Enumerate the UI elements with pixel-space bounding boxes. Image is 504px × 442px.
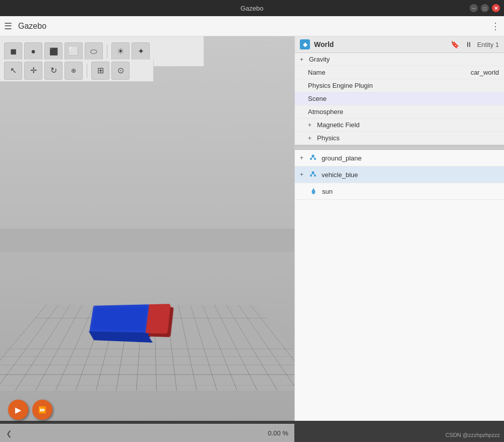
menubar: ☰ Gazebo ⋮ bbox=[0, 16, 504, 36]
insert-sphere-button[interactable]: ● bbox=[24, 42, 42, 61]
app-title: Gazebo bbox=[18, 22, 46, 31]
watermark: CSDN @zzzhpzhpzzz bbox=[446, 432, 500, 438]
svg-line-3 bbox=[311, 157, 313, 158]
name-value-label: car_world bbox=[471, 69, 499, 76]
car-front bbox=[146, 304, 171, 334]
insert-cube-button[interactable]: ◼ bbox=[4, 42, 22, 61]
fast-forward-button[interactable]: ⏩ bbox=[32, 400, 52, 420]
play-controls: ▶ ⏩ bbox=[8, 400, 52, 420]
atmosphere-label: Atmosphere bbox=[308, 108, 343, 116]
scene-label: Scene bbox=[308, 95, 327, 102]
magnetic-field-expand-icon: + bbox=[308, 122, 314, 129]
world-header: ◆ World 🔖 ⏸ Entity 1 bbox=[295, 36, 504, 53]
svg-marker-11 bbox=[313, 188, 314, 189]
svg-point-5 bbox=[312, 172, 314, 174]
svg-point-1 bbox=[310, 158, 312, 160]
panel-divider bbox=[295, 146, 504, 150]
magnetic-field-row[interactable]: + Magnetic Field bbox=[295, 119, 504, 132]
name-key-label: Name bbox=[308, 69, 326, 76]
orbit-tool-button[interactable]: ⊕ bbox=[65, 62, 83, 80]
atmosphere-row[interactable]: Atmosphere bbox=[295, 105, 504, 119]
physics-label: Physics bbox=[317, 134, 340, 142]
svg-point-2 bbox=[314, 158, 316, 160]
play-button[interactable]: ▶ bbox=[8, 400, 28, 420]
gravity-row[interactable]: + Gravity bbox=[295, 53, 504, 66]
sun-light-icon bbox=[309, 187, 318, 196]
entity-item-vehicle-blue[interactable]: + vehicle_blue bbox=[295, 167, 504, 183]
gravity-label: Gravity bbox=[309, 56, 330, 63]
insert-sun-button[interactable]: ☀ bbox=[111, 42, 130, 61]
window-title: Gazebo bbox=[240, 5, 264, 12]
toolbar-separator-2 bbox=[87, 64, 87, 78]
car-model bbox=[88, 305, 149, 333]
svg-line-4 bbox=[313, 157, 315, 158]
physics-engine-row[interactable]: Physics Engine Plugin bbox=[295, 79, 504, 92]
scene-row[interactable]: Scene bbox=[295, 92, 504, 105]
svg-point-7 bbox=[314, 175, 316, 177]
select-tool-button[interactable]: ↖ bbox=[4, 62, 22, 80]
toolbar-separator-1 bbox=[107, 44, 107, 59]
grid-toggle-button[interactable]: ⊞ bbox=[91, 62, 109, 80]
gravity-expand-icon: + bbox=[300, 56, 306, 63]
sun-name: sun bbox=[322, 188, 333, 195]
svg-point-10 bbox=[312, 189, 316, 194]
physics-expand-icon: + bbox=[308, 135, 314, 142]
pause-button[interactable]: ⏸ bbox=[464, 39, 473, 49]
minimize-button[interactable]: ─ bbox=[470, 4, 478, 12]
world-section: ◆ World 🔖 ⏸ Entity 1 + Gravity Name car_… bbox=[295, 36, 504, 146]
insert-capsule-button[interactable]: ⬜ bbox=[65, 42, 83, 61]
world-controls: 🔖 ⏸ bbox=[450, 39, 473, 49]
car-body bbox=[89, 304, 150, 333]
svg-line-9 bbox=[313, 174, 315, 175]
close-button[interactable]: ✕ bbox=[492, 4, 500, 12]
ground-flat bbox=[0, 229, 294, 252]
viewport-progress: 0.00 % bbox=[268, 429, 288, 437]
rotate-tool-button[interactable]: ↻ bbox=[44, 62, 62, 80]
right-panel: ◆ World 🔖 ⏸ Entity 1 + Gravity Name car_… bbox=[294, 36, 504, 421]
ground-plane-icon bbox=[308, 153, 318, 162]
entity-item-ground-plane[interactable]: + ground_plane bbox=[295, 150, 504, 167]
vehicle-blue-expand-icon: + bbox=[300, 171, 303, 178]
magnetic-field-label: Magnetic Field bbox=[317, 121, 360, 129]
translate-tool-button[interactable]: ✛ bbox=[24, 62, 42, 80]
svg-point-6 bbox=[310, 175, 312, 177]
insert-ellipsoid-button[interactable]: ⬭ bbox=[85, 42, 103, 61]
name-row[interactable]: Name car_world bbox=[295, 66, 504, 79]
bookmark-button[interactable]: 🔖 bbox=[450, 39, 460, 49]
window-controls: ─ □ ✕ bbox=[470, 4, 500, 12]
physics-row[interactable]: + Physics bbox=[295, 132, 504, 145]
viewport-bottom-bar: ❮ 0.00 % bbox=[0, 424, 294, 442]
maximize-button[interactable]: □ bbox=[481, 4, 489, 12]
viewport-arrow-left[interactable]: ❮ bbox=[6, 429, 12, 437]
insert-directional-light-button[interactable]: ✦ bbox=[132, 42, 150, 61]
ground-plane-expand-icon: + bbox=[300, 154, 303, 161]
svg-point-0 bbox=[312, 155, 314, 157]
world-icon: ◆ bbox=[300, 39, 310, 49]
entity-label: Entity 1 bbox=[477, 41, 499, 48]
screenshot-button[interactable]: ⊙ bbox=[111, 62, 130, 80]
insert-cylinder-button[interactable]: ⬛ bbox=[44, 42, 62, 61]
more-options-icon[interactable]: ⋮ bbox=[491, 21, 500, 32]
physics-engine-label: Physics Engine Plugin bbox=[308, 82, 373, 89]
titlebar: Gazebo ─ □ ✕ bbox=[0, 0, 504, 16]
entity-item-sun[interactable]: sun bbox=[295, 183, 504, 200]
ground-plane-name: ground_plane bbox=[322, 154, 362, 162]
vehicle-blue-icon bbox=[308, 170, 318, 179]
toolbar-row2: ↖ ✛ ↻ ⊕ ⊞ ⊙ bbox=[0, 60, 154, 82]
viewport[interactable] bbox=[0, 36, 294, 421]
vehicle-blue-name: vehicle_blue bbox=[322, 171, 358, 179]
hamburger-menu-icon[interactable]: ☰ bbox=[4, 21, 12, 32]
svg-line-8 bbox=[311, 174, 313, 175]
entity-section: + ground_plane + bbox=[295, 150, 504, 421]
world-title: World bbox=[314, 40, 446, 48]
